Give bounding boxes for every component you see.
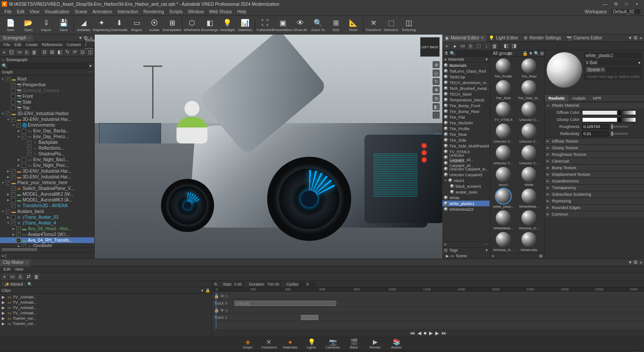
sg-menu-file[interactable]: File: [2, 43, 12, 47]
mat-group-icon[interactable]: ▭: [459, 43, 466, 50]
playhead[interactable]: [216, 293, 216, 329]
menu-help[interactable]: Help: [234, 9, 249, 14]
section-clearcoat[interactable]: ▶Clearcoat: [545, 158, 644, 164]
mat-select-icon[interactable]: ⬚: [475, 43, 482, 50]
clipmaker-tab[interactable]: Clip Maker ×: [0, 259, 31, 266]
menu-interaction[interactable]: Interaction: [115, 9, 141, 14]
material-list-item[interactable]: Tire_Bump_Front: [442, 103, 490, 108]
visibility-checkbox[interactable]: [11, 204, 15, 208]
tab-camera-editor[interactable]: 📷Camera Editor: [564, 35, 605, 42]
material-list-item[interactable]: Tire_Side: [442, 137, 490, 143]
timeline-refresh-icon[interactable]: ↻: [214, 282, 218, 286]
antialias-button[interactable]: ◢Antialias: [75, 17, 92, 34]
grid-view-icon[interactable]: ⊞: [540, 51, 544, 56]
material-list-item[interactable]: white_plastic1: [442, 201, 490, 206]
shelf-materials[interactable]: ●Materials: [280, 338, 300, 349]
visibility-checkbox[interactable]: [27, 152, 31, 156]
visibility-checkbox[interactable]: [6, 209, 10, 214]
menu-window[interactable]: Window: [185, 9, 207, 14]
material-thumb[interactable]: White: [517, 166, 541, 187]
material-list-item[interactable]: Tire_Profile: [442, 126, 490, 132]
grid-lock-icon[interactable]: 🔒: [522, 51, 528, 56]
stop-icon[interactable]: ■: [424, 330, 427, 336]
texturing-button[interactable]: ◫Texturing: [400, 17, 418, 34]
clip-item[interactable]: ▶▭TV_Animati...: [0, 310, 212, 316]
tree-item[interactable]: ▼⤧zTrans_Avatar_4: [0, 220, 94, 226]
visibility-checkbox[interactable]: [22, 244, 26, 248]
sg-group-icon[interactable]: ▭: [16, 49, 23, 56]
search-dropdown-icon[interactable]: ▾: [88, 63, 93, 68]
material-thumb[interactable]: TV_HTML5: [491, 101, 516, 122]
restore-button[interactable]: ⧉: [610, 1, 621, 7]
selected-material-type[interactable]: V-Ball▾: [584, 59, 642, 66]
material-thumb[interactable]: Unicolor C...: [517, 101, 541, 122]
visibility-checkbox[interactable]: [27, 146, 31, 151]
sg-copy-icon[interactable]: ⎘: [23, 49, 30, 56]
sg-menu-references[interactable]: References: [40, 43, 64, 47]
material-list-item[interactable]: black_screen1: [442, 183, 490, 189]
show all-button[interactable]: 👁Show All: [291, 17, 309, 34]
panel-menu-icon[interactable]: ▾: [78, 36, 83, 40]
breadcrumb[interactable]: Scenegraph: [6, 58, 27, 62]
clipmaker-close-icon[interactable]: ×: [26, 260, 28, 265]
skip-start-icon[interactable]: ⏮: [410, 330, 415, 336]
material-list-item[interactable]: avatar_eyes: [442, 189, 490, 195]
play-icon[interactable]: ▶: [429, 330, 433, 336]
section-incandescence[interactable]: ▶Incandescence: [545, 178, 644, 184]
material-list-item[interactable]: Tire_Bump_Rear: [442, 108, 490, 114]
scene-tag-chip[interactable]: Scene×: [586, 67, 606, 72]
section-glossy-texture[interactable]: ▶Glossy Texture: [545, 145, 644, 151]
selection-button[interactable]: ⬚Selection: [382, 17, 400, 34]
clip-link-icon[interactable]: ⇄: [25, 273, 32, 280]
section-bump-texture[interactable]: ▶Bump Texture: [545, 165, 644, 171]
menu-animation[interactable]: Animation: [90, 9, 115, 14]
shelf-lights[interactable]: 💡Lights: [302, 338, 321, 349]
tree-item[interactable]: 📷Spherical_Camera: [0, 88, 94, 93]
material-thumb[interactable]: Tire_Rear: [517, 58, 541, 78]
clips-lock-icon[interactable]: 🔒: [205, 288, 210, 293]
rpanel-undock-icon[interactable]: ⧉: [633, 36, 638, 40]
material-list-item[interactable]: TailLens_Glass_Red: [442, 68, 490, 74]
visibility-checkbox[interactable]: [11, 186, 15, 191]
visibility-checkbox[interactable]: [16, 238, 21, 243]
visibility-checkbox[interactable]: [22, 129, 26, 133]
prop-tab-realistic[interactable]: Realistic: [545, 95, 568, 102]
material-list-item[interactable]: Unicolor Carpaint_w...: [442, 166, 490, 172]
visibility-checkbox[interactable]: [22, 158, 26, 162]
clip-item[interactable]: ▶▭Tueren_vor...: [0, 316, 212, 321]
roughness-slider[interactable]: [610, 126, 628, 128]
maximize-button[interactable]: □: [621, 1, 632, 7]
mat-add-icon[interactable]: +: [443, 43, 450, 50]
close-button[interactable]: ×: [632, 1, 642, 7]
clip-group-icon[interactable]: ▭: [9, 273, 16, 280]
tree-item[interactable]: ▫Reflections...: [0, 145, 94, 151]
wizard-button[interactable]: ✨ Wizard: [2, 282, 26, 286]
tree-item[interactable]: ▼▬Root: [0, 76, 94, 82]
tree-item[interactable]: ▶▬MODEL_AuroraMK2 (W...: [0, 191, 94, 197]
tab-material-editor[interactable]: ◉Material Editor×: [442, 35, 486, 42]
transform-button[interactable]: ⤧Transform: [364, 17, 382, 34]
material-list-item[interactable]: WhiteMetal22: [442, 206, 490, 212]
tree-item[interactable]: 📷Top: [0, 105, 94, 111]
material-list-item[interactable]: Tech_Brushed_metal...: [442, 85, 490, 91]
tree-item[interactable]: 📷Front: [0, 93, 94, 99]
prop-tab-analytic[interactable]: Analytic: [568, 95, 590, 102]
section-rounded-edges[interactable]: ▶Rounded Edges: [545, 205, 644, 211]
reflectivity-slider[interactable]: [610, 133, 628, 135]
sg-menu-convert[interactable]: Convert: [65, 43, 83, 47]
sg-opt4-icon[interactable]: ↻: [64, 49, 71, 56]
tree-item[interactable]: ▼▬Place_your_Vehicle_here: [0, 180, 94, 186]
mat-filter-icon[interactable]: ⚗: [443, 51, 449, 56]
tree-item[interactable]: 📷Perspective: [0, 82, 94, 88]
section-diffuse-texture[interactable]: ▶Diffuse Texture: [545, 138, 644, 144]
material-thumb[interactable]: WhiteMeta...: [517, 188, 541, 209]
sg-delete-icon[interactable]: 🗑: [31, 49, 38, 56]
material-thumb[interactable]: Unicolor C...: [517, 123, 541, 143]
minimize-button[interactable]: —: [600, 1, 610, 7]
tree-item[interactable]: ▶▭Env_Night_Bacl...: [0, 157, 94, 162]
visibility-checkbox[interactable]: [11, 215, 15, 220]
visibility-checkbox[interactable]: [11, 117, 15, 122]
material-thumb[interactable]: Tire_Side: [491, 79, 516, 100]
clip-dup-icon[interactable]: ⎘: [17, 273, 24, 280]
menu-rendering[interactable]: Rendering: [141, 9, 166, 14]
